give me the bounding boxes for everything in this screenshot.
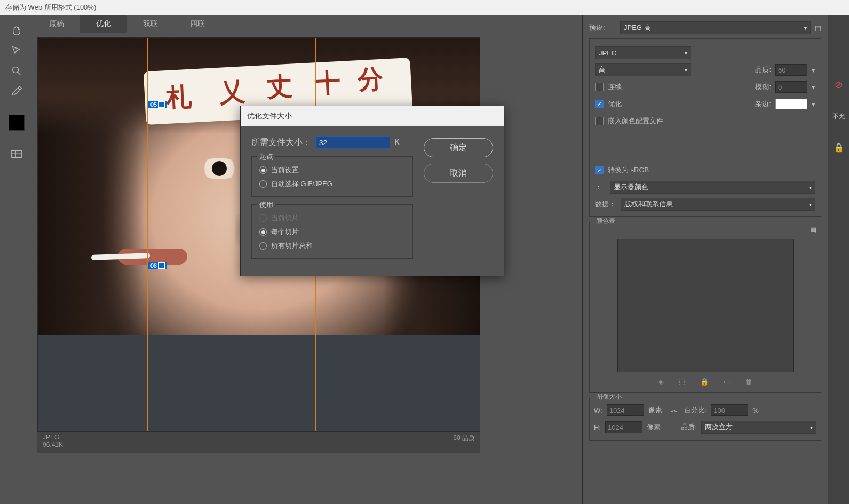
tool-column xyxy=(0,15,33,504)
zoom-tool[interactable] xyxy=(9,63,24,78)
radio-icon xyxy=(259,166,267,174)
filesize-label: 所需文件大小： xyxy=(251,137,311,148)
hand-icon xyxy=(11,25,22,36)
tab-2up[interactable]: 双联 xyxy=(127,15,174,33)
ct-snap-icon[interactable]: ◈ xyxy=(658,378,664,386)
optimized-label: 优化 xyxy=(608,99,622,109)
colortable-tools: ◈ ⬚ 🔒 ▭ 🗑 xyxy=(594,375,816,388)
dialog-titlebar[interactable]: 优化文件大小 xyxy=(241,106,504,126)
blur-label: 模糊: xyxy=(755,82,771,92)
convert-srgb-label: 转换为 sRGB xyxy=(608,165,649,175)
eyedropper-icon xyxy=(11,85,22,97)
window-titlebar: 存储为 Web 所用格式 (100%) xyxy=(0,0,849,15)
slice-number: 05 xyxy=(150,101,157,108)
percent-label: 百分比: xyxy=(684,405,707,415)
lock-icon[interactable]: 🔒 xyxy=(834,142,844,153)
embed-profile-label: 嵌入颜色配置文件 xyxy=(608,116,663,126)
slice-badge[interactable]: 08 xyxy=(148,262,167,269)
tab-original[interactable]: 原稿 xyxy=(33,15,80,33)
percent-input[interactable]: 100 xyxy=(711,404,748,416)
ct-lock-icon[interactable]: 🔒 xyxy=(700,378,709,386)
no-entry-icon[interactable]: ⊘ xyxy=(835,79,843,91)
matte-swatch[interactable] xyxy=(775,99,807,109)
color-table[interactable] xyxy=(617,239,794,372)
px-label: 像素 xyxy=(648,405,662,415)
height-input[interactable]: 1024 xyxy=(605,421,642,433)
pct-unit: % xyxy=(752,406,759,414)
chevron-down-icon: ▾ xyxy=(810,425,813,430)
quality-input[interactable]: 60 xyxy=(775,64,807,76)
ct-cube-icon[interactable]: ⬚ xyxy=(679,378,685,386)
chevron-down-icon: ▾ xyxy=(809,202,812,207)
preview-color-select[interactable]: 显示器颜色▾ xyxy=(610,181,815,194)
imagesize-title: 图像大小 xyxy=(594,393,624,402)
colortable-menu-icon[interactable]: ▤ xyxy=(810,226,816,234)
dialog-title: 优化文件大小 xyxy=(247,111,292,121)
preset-menu-icon[interactable]: ▤ xyxy=(815,24,821,32)
tab-label: 双联 xyxy=(143,19,158,29)
preview-image-content xyxy=(38,335,480,431)
radio-current-settings[interactable]: 当前设置 xyxy=(259,163,405,177)
hand-tool[interactable] xyxy=(9,23,24,38)
quality-preset-select[interactable]: 高▾ xyxy=(595,63,691,76)
width-label: W: xyxy=(594,406,602,414)
ct-new-icon[interactable]: ▭ xyxy=(724,378,730,386)
slice-guide-h[interactable] xyxy=(38,100,480,100)
slice-type-icon xyxy=(158,262,165,269)
slice-select-tool[interactable] xyxy=(9,43,24,58)
use-title: 使用 xyxy=(257,200,275,210)
format-value: JPEG xyxy=(599,49,617,57)
blur-input[interactable]: 0 xyxy=(775,81,807,93)
quality-preset-value: 高 xyxy=(599,65,606,75)
chevron-down-icon: ▾ xyxy=(685,50,687,56)
collapsed-label: 不允 xyxy=(832,112,845,121)
progressive-checkbox[interactable] xyxy=(595,83,604,91)
preview-status-bar: JPEG 96.41K 60 品质 xyxy=(37,432,480,453)
tab-optimized[interactable]: 优化 xyxy=(80,15,127,33)
preset-value: JPEG 高 xyxy=(624,23,651,33)
slice-badge[interactable]: 05 xyxy=(148,101,167,108)
status-left: JPEG 96.41K xyxy=(43,434,63,449)
chevron-down-icon[interactable]: ▾ xyxy=(812,100,815,108)
chevron-down-icon[interactable]: ▾ xyxy=(812,66,815,74)
tab-4up[interactable]: 四联 xyxy=(174,15,221,33)
filesize-input[interactable] xyxy=(315,136,390,149)
slice-visibility-icon xyxy=(11,149,22,159)
tab-label: 原稿 xyxy=(49,19,64,29)
eyedropper-color-swatch[interactable] xyxy=(9,115,25,131)
radio-icon xyxy=(259,180,267,188)
chevron-down-icon: ▾ xyxy=(685,67,687,73)
optimized-checkbox[interactable]: ✓ xyxy=(595,100,604,108)
slice-visibility-toggle[interactable] xyxy=(9,147,24,162)
ct-trash-icon[interactable]: 🗑 xyxy=(745,378,752,386)
format-select[interactable]: JPEG▾ xyxy=(595,46,691,59)
metadata-select[interactable]: 版权和联系信息▾ xyxy=(621,198,815,211)
imagesize-group: 图像大小 W: 1024 像素 ⫘ 百分比: 100 % H: 1024 像素 … xyxy=(589,397,821,441)
svg-point-0 xyxy=(13,67,19,73)
chevron-down-icon: ▾ xyxy=(809,185,812,190)
preview-image-content xyxy=(198,158,241,179)
link-icon[interactable]: ⫘ xyxy=(670,406,677,414)
radio-icon xyxy=(259,214,267,222)
optimize-filesize-dialog: 优化文件大小 所需文件大小： K 起点 当前设置 自动选择 GIF/JPEG xyxy=(240,106,504,276)
width-input[interactable]: 1024 xyxy=(607,404,644,416)
radio-each-slice[interactable]: 每个切片 xyxy=(259,225,405,239)
embed-profile-checkbox[interactable] xyxy=(595,117,604,125)
cancel-button[interactable]: 取消 xyxy=(424,164,493,183)
status-size: 96.41K xyxy=(43,441,63,449)
collapsed-panel: ⊘ 不允 🔒 xyxy=(828,15,849,504)
ok-button[interactable]: 确定 xyxy=(424,138,493,157)
eyedropper-tool[interactable] xyxy=(9,84,24,99)
preview-tabs: 原稿 优化 双联 四联 xyxy=(33,15,582,33)
status-format: JPEG xyxy=(43,434,63,441)
radio-all-slices-total[interactable]: 所有切片总和 xyxy=(259,239,405,253)
preset-select[interactable]: JPEG 高▾ xyxy=(620,21,811,34)
quality-label: 品质: xyxy=(755,65,771,75)
radio-auto-select[interactable]: 自动选择 GIF/JPEG xyxy=(259,177,405,191)
convert-srgb-checkbox[interactable]: ✓ xyxy=(595,166,604,174)
radio-icon xyxy=(259,242,267,250)
slice-guide-v[interactable] xyxy=(147,38,148,431)
chevron-down-icon[interactable]: ▾ xyxy=(812,83,815,91)
status-quality: 60 品质 xyxy=(453,434,475,443)
resample-select[interactable]: 两次立方▾ xyxy=(701,421,816,434)
